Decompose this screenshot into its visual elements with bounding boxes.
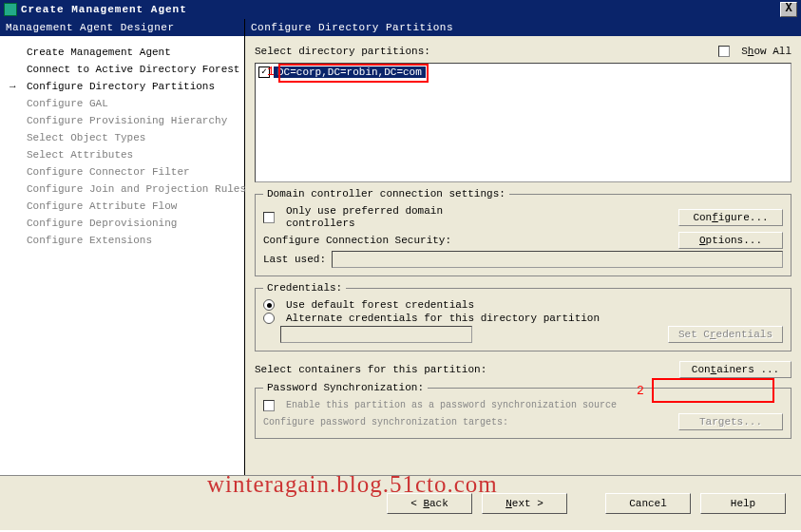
- select-containers-label: Select containers for this partition:: [255, 364, 486, 375]
- wizard-content: Configure Directory Partitions Select di…: [245, 19, 801, 475]
- last-used-label: Last used:: [263, 254, 326, 265]
- only-preferred-label: Only use preferred domaincontrollers: [286, 205, 443, 230]
- annotation-number-2: 2: [637, 384, 644, 398]
- checkbox-icon: [263, 400, 275, 411]
- cancel-button[interactable]: Cancel: [605, 493, 691, 514]
- select-partitions-label: Select directory partitions:: [255, 46, 430, 57]
- nav-step[interactable]: Connect to Active Directory Forest: [0, 61, 244, 78]
- nav-step[interactable]: Configure Join and Projection Rules: [0, 180, 244, 198]
- annotation-number-1: 1: [267, 65, 275, 79]
- nav-step[interactable]: Select Attributes: [0, 146, 244, 163]
- help-button[interactable]: Help: [700, 493, 786, 514]
- window-title: Create Management Agent: [21, 4, 187, 15]
- nav-step[interactable]: Configure Deprovisioning: [0, 215, 244, 232]
- titlebar: Create Management Agent X: [0, 0, 801, 19]
- set-credentials-button: Set Credentials: [668, 326, 783, 343]
- enable-pw-sync-checkbox[interactable]: Enable this partition as a password sync…: [263, 399, 783, 411]
- password-sync-legend: Password Synchronization:: [263, 382, 428, 393]
- partition-item[interactable]: ✓ DC=corp,DC=robin,DC=com: [258, 66, 788, 78]
- app-icon: [4, 3, 17, 16]
- configure-dc-button[interactable]: Configure...: [678, 209, 783, 226]
- back-button[interactable]: < Back: [387, 493, 472, 514]
- nav-step[interactable]: Select Object Types: [0, 129, 244, 146]
- credentials-group: Credentials: Use default forest credenti…: [255, 282, 791, 352]
- targets-button: Targets...: [678, 413, 783, 430]
- containers-button[interactable]: Containers ...: [679, 361, 791, 378]
- partition-label: DC=corp,DC=robin,DC=com: [274, 66, 426, 78]
- nav-step[interactable]: Configure GAL: [0, 95, 244, 112]
- checkbox-icon: [718, 46, 730, 57]
- nav-step[interactable]: Create Management Agent: [0, 44, 244, 61]
- nav-step[interactable]: Configure Attribute Flow: [0, 198, 244, 215]
- nav-header: Management Agent Designer: [0, 19, 244, 36]
- content-header: Configure Directory Partitions: [245, 19, 801, 36]
- wizard-nav: Management Agent Designer Create Managem…: [0, 19, 245, 475]
- dc-settings-group: Domain controller connection settings: O…: [255, 188, 791, 276]
- close-button[interactable]: X: [780, 2, 797, 17]
- password-sync-group: Password Synchronization: Enable this pa…: [255, 382, 791, 439]
- alt-cred-field: [280, 326, 472, 343]
- pw-targets-label: Configure password synchronization targe…: [263, 417, 508, 428]
- last-used-field: [332, 251, 783, 268]
- options-button[interactable]: Options...: [678, 232, 783, 249]
- checkbox-icon[interactable]: [263, 212, 275, 223]
- nav-step[interactable]: Configure Connector Filter: [0, 163, 244, 180]
- credentials-legend: Credentials:: [263, 282, 346, 294]
- radio-icon: [263, 313, 275, 324]
- conn-security-label: Configure Connection Security:: [263, 235, 451, 246]
- cred-alt-radio[interactable]: Alternate credentials for this directory…: [263, 313, 783, 324]
- partitions-listbox[interactable]: ✓ DC=corp,DC=robin,DC=com: [255, 63, 791, 182]
- wizard-buttons: < Back Next > Cancel Help: [0, 475, 801, 530]
- dc-settings-legend: Domain controller connection settings:: [263, 188, 509, 200]
- nav-step[interactable]: Configure Provisioning Hierarchy: [0, 112, 244, 129]
- cred-default-radio[interactable]: Use default forest credentials: [263, 299, 783, 311]
- nav-step[interactable]: Configure Extensions: [0, 232, 244, 249]
- nav-step[interactable]: Configure Directory Partitions: [0, 78, 244, 95]
- next-button[interactable]: Next >: [482, 493, 567, 514]
- radio-icon: [263, 299, 275, 311]
- show-all-checkbox[interactable]: Show All: [718, 46, 791, 57]
